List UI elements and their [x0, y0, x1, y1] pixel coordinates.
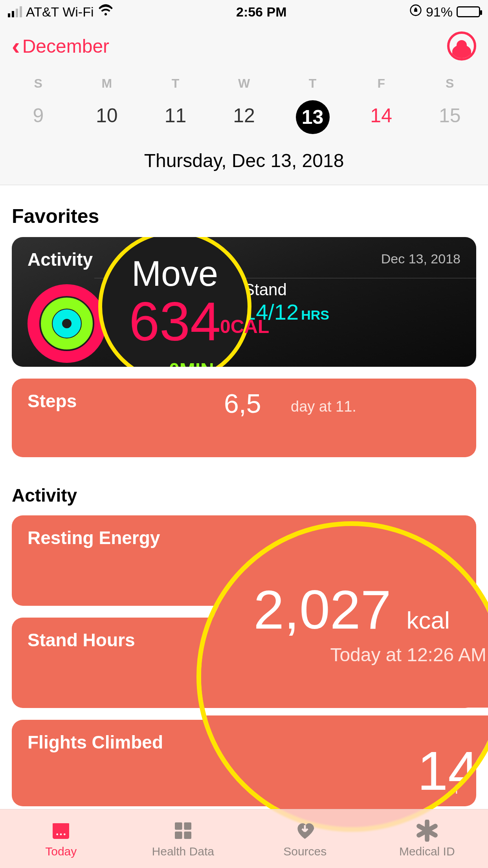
calendar-header: ‹ December S9 M10 T11 W12 T13 F14 S15 Th… — [0, 24, 488, 185]
chevron-left-icon: ‹ — [12, 39, 20, 53]
grid-icon — [172, 820, 194, 842]
favorites-heading: Favorites — [12, 189, 476, 237]
steps-title: Steps — [28, 391, 77, 411]
steps-card[interactable]: Steps 6,5 day at 11. — [12, 379, 476, 457]
tab-label: Health Data — [152, 845, 214, 858]
tab-label: Today — [45, 845, 77, 858]
carrier-text: AT&T Wi-Fi — [26, 4, 94, 20]
profile-button[interactable] — [447, 31, 476, 61]
back-label: December — [22, 35, 109, 57]
svg-rect-8 — [175, 831, 182, 839]
day-15[interactable]: S15 — [415, 76, 484, 134]
svg-rect-2 — [53, 823, 69, 828]
week-row: S9 M10 T11 W12 T13 F14 S15 — [0, 64, 488, 138]
day-12[interactable]: W12 — [210, 76, 279, 134]
full-date: Thursday, Dec 13, 2018 — [0, 138, 488, 185]
calendar-icon — [50, 820, 72, 842]
svg-point-5 — [64, 833, 66, 835]
signal-bars-icon — [8, 6, 22, 17]
heart-download-icon — [294, 820, 316, 842]
divider — [94, 278, 476, 278]
asterisk-icon — [416, 820, 438, 842]
day-9[interactable]: S9 — [4, 76, 73, 134]
activity-card-title: Activity — [28, 249, 93, 270]
day-11[interactable]: T11 — [141, 76, 210, 134]
content-scroll[interactable]: Favorites Activity Dec 13, 2018 Stand 14… — [0, 185, 488, 806]
steps-value-frag: 6,5 — [224, 388, 261, 419]
day-10[interactable]: M10 — [73, 76, 141, 134]
resting-energy-title: Resting Energy — [28, 528, 160, 548]
tab-today[interactable]: Today — [0, 820, 122, 858]
tab-health-data[interactable]: Health Data — [122, 820, 244, 858]
activity-card[interactable]: Activity Dec 13, 2018 Stand 14/12HRS Mov… — [12, 237, 476, 367]
activity-sub-heading: Activity — [12, 469, 476, 515]
svg-point-3 — [57, 833, 59, 835]
status-bar: AT&T Wi-Fi 2:56 PM 91% — [0, 0, 488, 24]
svg-rect-7 — [184, 822, 191, 830]
tab-medical-id[interactable]: Medical ID — [366, 820, 488, 858]
clock-text: 2:56 PM — [236, 4, 287, 20]
tab-label: Medical ID — [399, 845, 455, 858]
battery-icon — [457, 6, 480, 17]
svg-rect-6 — [175, 822, 182, 830]
exercise-unit-frag: 0MIN — [169, 359, 214, 367]
tab-sources[interactable]: Sources — [244, 820, 366, 858]
steps-sub-frag: day at 11. — [291, 398, 356, 415]
battery-pct: 91% — [426, 4, 453, 20]
stand-hours-title: Stand Hours — [28, 630, 135, 650]
move-unit-frag: 0CAL — [220, 316, 269, 337]
activity-rings-icon — [28, 284, 106, 363]
tab-bar: Today Health Data Sources Medical ID — [0, 809, 488, 868]
day-14[interactable]: F14 — [347, 76, 416, 134]
svg-point-4 — [60, 833, 62, 835]
back-button[interactable]: ‹ December — [12, 35, 109, 57]
flights-title: Flights Climbed — [28, 732, 163, 752]
wifi-icon — [98, 2, 114, 21]
tab-label: Sources — [283, 845, 327, 858]
svg-rect-9 — [184, 831, 191, 839]
orientation-lock-icon — [409, 4, 422, 20]
day-13-selected[interactable]: T13 — [278, 76, 347, 134]
activity-card-date: Dec 13, 2018 — [381, 251, 460, 267]
